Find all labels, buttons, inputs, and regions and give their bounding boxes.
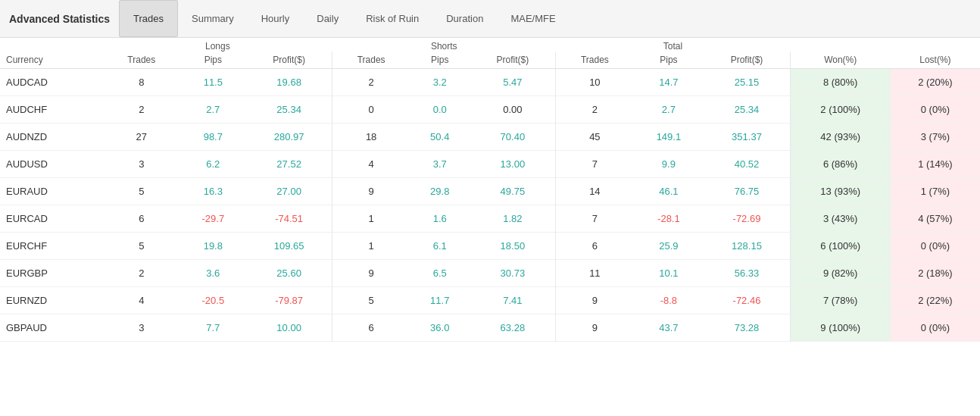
cell-lost: 2 (20%) — [891, 69, 980, 96]
cell-shorts-trades: 2 — [332, 69, 410, 96]
cell-total-pips: 25.9 — [633, 233, 704, 260]
cell-lost: 2 (22%) — [891, 287, 980, 314]
cell-total-profit: 128.15 — [704, 233, 790, 260]
cell-longs-trades: 5 — [103, 233, 180, 260]
cell-total-profit: 40.52 — [704, 151, 790, 178]
cell-won: 7 (78%) — [790, 287, 891, 314]
group-won-header — [790, 38, 891, 52]
col-lost: Lost(%) — [891, 52, 980, 69]
cell-total-trades: 9 — [556, 314, 633, 342]
col-total-pips: Pips — [633, 52, 704, 69]
cell-longs-profit: 10.00 — [246, 314, 332, 342]
cell-lost: 3 (7%) — [891, 124, 980, 151]
cell-total-trades: 45 — [556, 124, 633, 151]
cell-total-trades: 10 — [556, 69, 633, 96]
group-currency-header — [0, 38, 103, 52]
cell-shorts-pips: 1.6 — [410, 205, 470, 233]
cell-won: 9 (82%) — [790, 260, 891, 287]
tab-duration[interactable]: Duration — [432, 0, 497, 37]
cell-total-trades: 9 — [556, 287, 633, 314]
col-longs-pips: Pips — [180, 52, 247, 69]
tab-hourly[interactable]: Hourly — [248, 0, 304, 37]
col-shorts-trades: Trades — [332, 52, 410, 69]
cell-currency: AUDUSD — [0, 151, 103, 178]
cell-shorts-trades: 4 — [332, 151, 410, 178]
tab-mae-mfe[interactable]: MAE/MFE — [497, 0, 569, 37]
col-longs-profit: Profit($) — [246, 52, 332, 69]
tab-risk-of-ruin[interactable]: Risk of Ruin — [352, 0, 432, 37]
cell-shorts-pips: 50.4 — [410, 124, 470, 151]
tab-summary[interactable]: Summary — [178, 0, 248, 37]
app-container: Advanced Statistics Trades Summary Hourl… — [0, 0, 980, 342]
cell-total-pips: -8.8 — [633, 287, 704, 314]
table-row: EURCHF519.8109.6516.118.50625.9128.156 (… — [0, 233, 980, 260]
col-longs-trades: Trades — [103, 52, 180, 69]
cell-shorts-pips: 29.8 — [410, 178, 470, 205]
cell-shorts-trades: 1 — [332, 205, 410, 233]
cell-total-profit: 73.28 — [704, 314, 790, 342]
cell-total-pips: 46.1 — [633, 178, 704, 205]
cell-total-pips: 10.1 — [633, 260, 704, 287]
tab-trades[interactable]: Trades — [119, 0, 178, 37]
group-header-row: Longs Shorts Total — [0, 38, 980, 52]
cell-longs-pips: 16.3 — [180, 178, 247, 205]
cell-shorts-profit: 49.75 — [470, 178, 556, 205]
cell-shorts-pips: 6.1 — [410, 233, 470, 260]
cell-longs-profit: 27.00 — [246, 178, 332, 205]
cell-longs-profit: 109.65 — [246, 233, 332, 260]
cell-longs-trades: 2 — [103, 96, 180, 124]
cell-currency: GBPAUD — [0, 314, 103, 342]
cell-longs-profit: -79.87 — [246, 287, 332, 314]
cell-longs-profit: 25.34 — [246, 96, 332, 124]
tab-bar: Advanced Statistics Trades Summary Hourl… — [0, 0, 980, 38]
cell-lost: 0 (0%) — [891, 233, 980, 260]
cell-won: 42 (93%) — [790, 124, 891, 151]
table-row: EURNZD4-20.5-79.87511.77.419-8.8-72.467 … — [0, 287, 980, 314]
cell-longs-trades: 6 — [103, 205, 180, 233]
cell-shorts-profit: 63.28 — [470, 314, 556, 342]
cell-shorts-pips: 3.7 — [410, 151, 470, 178]
cell-shorts-trades: 18 — [332, 124, 410, 151]
cell-shorts-profit: 7.41 — [470, 287, 556, 314]
cell-shorts-trades: 0 — [332, 96, 410, 124]
cell-total-profit: 25.15 — [704, 69, 790, 96]
cell-total-pips: 149.1 — [633, 124, 704, 151]
col-shorts-profit: Profit($) — [470, 52, 556, 69]
cell-longs-trades: 4 — [103, 287, 180, 314]
cell-longs-trades: 3 — [103, 151, 180, 178]
cell-total-trades: 7 — [556, 151, 633, 178]
cell-total-pips: 43.7 — [633, 314, 704, 342]
group-lost-header — [891, 38, 980, 52]
cell-shorts-pips: 36.0 — [410, 314, 470, 342]
cell-longs-trades: 5 — [103, 178, 180, 205]
table-row: AUDNZD2798.7280.971850.470.4045149.1351.… — [0, 124, 980, 151]
cell-longs-pips: 3.6 — [180, 260, 247, 287]
table-row: AUDUSD36.227.5243.713.0079.940.526 (86%)… — [0, 151, 980, 178]
cell-longs-pips: -20.5 — [180, 287, 247, 314]
cell-total-profit: 25.34 — [704, 96, 790, 124]
col-currency: Currency — [0, 52, 103, 69]
cell-shorts-trades: 9 — [332, 260, 410, 287]
cell-total-trades: 14 — [556, 178, 633, 205]
cell-shorts-profit: 30.73 — [470, 260, 556, 287]
cell-shorts-profit: 5.47 — [470, 69, 556, 96]
cell-currency: EURCAD — [0, 205, 103, 233]
cell-won: 9 (100%) — [790, 314, 891, 342]
cell-shorts-pips: 0.0 — [410, 96, 470, 124]
cell-lost: 0 (0%) — [891, 314, 980, 342]
cell-won: 2 (100%) — [790, 96, 891, 124]
table-row: GBPAUD37.710.00636.063.28943.773.289 (10… — [0, 314, 980, 342]
col-header-row: Currency Trades Pips Profit($) Trades Pi… — [0, 52, 980, 69]
cell-shorts-profit: 18.50 — [470, 233, 556, 260]
cell-won: 3 (43%) — [790, 205, 891, 233]
cell-total-trades: 7 — [556, 205, 633, 233]
table-row: AUDCHF22.725.3400.00.0022.725.342 (100%)… — [0, 96, 980, 124]
cell-total-pips: 14.7 — [633, 69, 704, 96]
cell-longs-trades: 2 — [103, 260, 180, 287]
group-longs-header: Longs — [103, 38, 332, 52]
tab-daily[interactable]: Daily — [303, 0, 352, 37]
stats-table: Longs Shorts Total Currency Trades Pips … — [0, 38, 980, 342]
cell-total-profit: -72.69 — [704, 205, 790, 233]
cell-longs-trades: 3 — [103, 314, 180, 342]
app-title: Advanced Statistics — [6, 13, 119, 25]
